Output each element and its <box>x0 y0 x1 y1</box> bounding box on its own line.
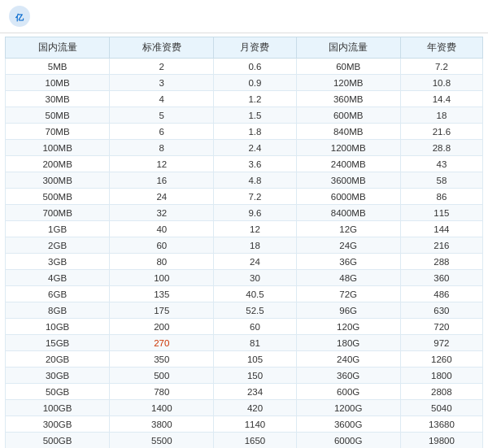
table-cell-12-4: 288 <box>400 254 482 270</box>
table-cell-12-1: 80 <box>110 254 214 270</box>
table-cell-15-3: 96G <box>296 302 400 319</box>
table-cell-22-1: 3800 <box>110 416 214 433</box>
table-cell-1-0: 10MB <box>6 75 110 91</box>
table-cell-3-4: 18 <box>400 107 482 124</box>
table-cell-16-2: 60 <box>214 319 296 335</box>
table-cell-13-1: 100 <box>110 270 214 286</box>
table-cell-13-4: 360 <box>400 270 482 286</box>
table-cell-5-4: 28.8 <box>400 140 482 156</box>
table-row: 15GB27081180G972 <box>6 335 483 351</box>
table-cell-9-0: 700MB <box>6 205 110 221</box>
table-cell-3-1: 5 <box>110 107 214 124</box>
logo-icon: 亿 <box>8 5 31 28</box>
table-row: 100MB82.41200MB28.8 <box>6 140 483 156</box>
table-cell-23-2: 1650 <box>214 433 296 449</box>
table-row: 3GB802436G288 <box>6 254 483 270</box>
table-cell-21-0: 100GB <box>6 400 110 416</box>
table-cell-1-2: 0.9 <box>214 75 296 91</box>
table-cell-1-1: 3 <box>110 75 214 91</box>
table-cell-2-2: 1.2 <box>214 91 296 107</box>
table-cell-9-4: 115 <box>400 205 482 221</box>
table-cell-10-4: 144 <box>400 221 482 237</box>
table-cell-8-3: 6000MB <box>296 189 400 205</box>
table-cell-10-0: 1GB <box>6 221 110 237</box>
table-cell-16-1: 200 <box>110 319 214 335</box>
col-header-0: 国内流量 <box>6 37 110 59</box>
table-row: 5MB20.660MB7.2 <box>6 59 483 75</box>
table-row: 30GB500150360G1800 <box>6 368 483 384</box>
table-row: 300GB380011403600G13680 <box>6 416 483 433</box>
table-cell-9-2: 9.6 <box>214 205 296 221</box>
table-cell-8-2: 7.2 <box>214 189 296 205</box>
table-header-row: 国内流量标准资费月资费国内流量年资费 <box>6 37 483 59</box>
table-cell-2-3: 360MB <box>296 91 400 107</box>
table-cell-13-3: 48G <box>296 270 400 286</box>
pricing-table: 国内流量标准资费月资费国内流量年资费 5MB20.660MB7.210MB30.… <box>5 37 483 448</box>
table-cell-7-2: 4.8 <box>214 172 296 189</box>
table-cell-21-3: 1200G <box>296 400 400 416</box>
table-cell-22-0: 300GB <box>6 416 110 433</box>
table-cell-4-3: 840MB <box>296 124 400 140</box>
table-cell-1-4: 10.8 <box>400 75 482 91</box>
table-cell-4-4: 21.6 <box>400 124 482 140</box>
table-cell-6-4: 43 <box>400 156 482 172</box>
table-cell-23-4: 19800 <box>400 433 482 449</box>
table-cell-10-3: 12G <box>296 221 400 237</box>
table-cell-7-4: 58 <box>400 172 482 189</box>
table-cell-19-1: 500 <box>110 368 214 384</box>
table-cell-11-4: 216 <box>400 237 482 254</box>
table-cell-23-1: 5500 <box>110 433 214 449</box>
table-cell-22-4: 13680 <box>400 416 482 433</box>
table-cell-7-1: 16 <box>110 172 214 189</box>
table-container: 国内流量标准资费月资费国内流量年资费 5MB20.660MB7.210MB30.… <box>0 33 488 448</box>
table-cell-12-2: 24 <box>214 254 296 270</box>
table-cell-17-1: 270 <box>110 335 214 351</box>
col-header-3: 国内流量 <box>296 37 400 59</box>
table-cell-20-3: 600G <box>296 384 400 400</box>
table-cell-11-3: 24G <box>296 237 400 254</box>
col-header-4: 年资费 <box>400 37 482 59</box>
table-row: 4GB1003048G360 <box>6 270 483 286</box>
table-cell-15-1: 175 <box>110 302 214 319</box>
table-cell-11-2: 18 <box>214 237 296 254</box>
table-row: 30MB41.2360MB14.4 <box>6 91 483 107</box>
table-cell-12-3: 36G <box>296 254 400 270</box>
table-cell-3-3: 600MB <box>296 107 400 124</box>
table-cell-5-0: 100MB <box>6 140 110 156</box>
table-cell-18-4: 1260 <box>400 351 482 368</box>
table-cell-15-2: 52.5 <box>214 302 296 319</box>
table-cell-3-2: 1.5 <box>214 107 296 124</box>
table-cell-14-2: 40.5 <box>214 286 296 302</box>
table-row: 50MB51.5600MB18 <box>6 107 483 124</box>
table-cell-5-2: 2.4 <box>214 140 296 156</box>
table-cell-4-0: 70MB <box>6 124 110 140</box>
table-cell-3-0: 50MB <box>6 107 110 124</box>
table-cell-9-3: 8400MB <box>296 205 400 221</box>
col-header-1: 标准资费 <box>110 37 214 59</box>
table-row: 8GB17552.596G630 <box>6 302 483 319</box>
logo: 亿 <box>8 5 34 28</box>
table-row: 2GB601824G216 <box>6 237 483 254</box>
table-row: 10GB20060120G720 <box>6 319 483 335</box>
table-cell-22-2: 1140 <box>214 416 296 433</box>
table-row: 700MB329.68400MB115 <box>6 205 483 221</box>
table-cell-5-3: 1200MB <box>296 140 400 156</box>
table-row: 500GB550016506000G19800 <box>6 433 483 449</box>
table-cell-18-1: 350 <box>110 351 214 368</box>
table-cell-14-1: 135 <box>110 286 214 302</box>
table-cell-0-0: 5MB <box>6 59 110 75</box>
table-row: 6GB13540.572G486 <box>6 286 483 302</box>
table-cell-7-3: 3600MB <box>296 172 400 189</box>
table-cell-21-2: 420 <box>214 400 296 416</box>
table-cell-6-3: 2400MB <box>296 156 400 172</box>
table-row: 20GB350105240G1260 <box>6 351 483 368</box>
table-cell-18-0: 20GB <box>6 351 110 368</box>
table-cell-15-0: 8GB <box>6 302 110 319</box>
table-cell-1-3: 120MB <box>296 75 400 91</box>
page-header: 亿 <box>0 0 488 33</box>
table-cell-20-0: 50GB <box>6 384 110 400</box>
table-cell-18-3: 240G <box>296 351 400 368</box>
table-cell-4-2: 1.8 <box>214 124 296 140</box>
table-cell-20-2: 234 <box>214 384 296 400</box>
table-cell-7-0: 300MB <box>6 172 110 189</box>
